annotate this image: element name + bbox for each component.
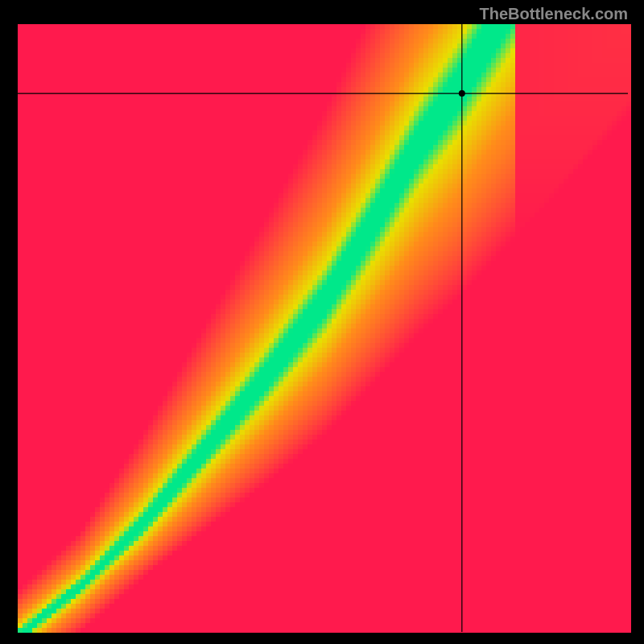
chart-container: TheBottleneck.com bbox=[0, 0, 644, 644]
watermark-text: TheBottleneck.com bbox=[480, 5, 628, 23]
bottleneck-heatmap bbox=[0, 0, 644, 644]
